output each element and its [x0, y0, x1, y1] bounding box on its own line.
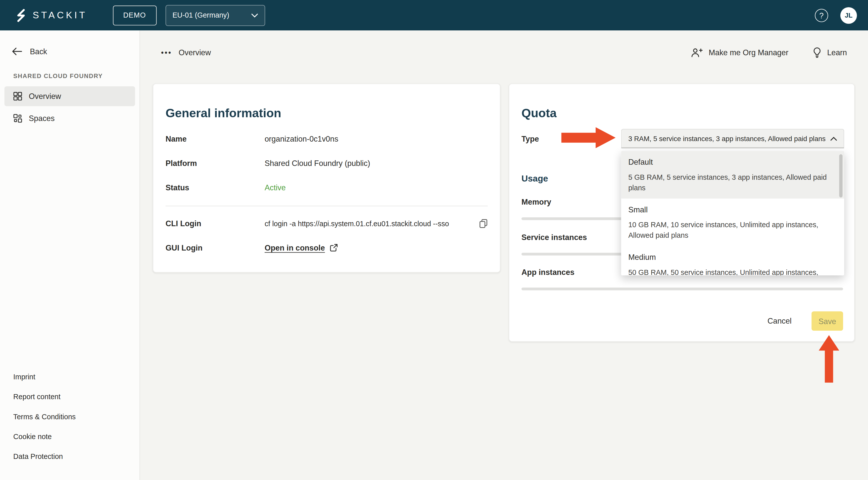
- dropdown-scrollbar[interactable]: [839, 155, 842, 198]
- breadcrumb-label: Overview: [179, 48, 211, 57]
- meter-label-service-instances: Service instances: [522, 233, 587, 241]
- option-description: 10 GB RAM, 10 service instances, Unlimit…: [628, 220, 830, 241]
- quota-type-select-value: 3 RAM, 5 service instances, 3 app instan…: [628, 135, 826, 142]
- info-row-name: Name organization-0c1v0ns: [165, 133, 488, 144]
- info-row-platform: Platform Shared Cloud Foundry (public): [165, 158, 488, 169]
- external-link-icon: [330, 244, 338, 251]
- chevron-down-icon: [251, 13, 257, 18]
- info-row-status: Status Active: [165, 182, 488, 193]
- info-label: Status: [165, 183, 265, 192]
- header-actions: Make me Org Manager Learn: [691, 47, 847, 58]
- main-content: ••• Overview Make me Org Manager: [140, 30, 868, 480]
- gui-login-row: GUI Login Open in console: [165, 242, 488, 253]
- quota-card: Quota Type 3 RAM, 5 service instances, 3…: [509, 83, 855, 342]
- dropdown-option-medium[interactable]: Medium 50 GB RAM, 50 service instances, …: [621, 246, 844, 275]
- sidebar-nav: Overview Spaces: [4, 87, 135, 128]
- person-plus-icon: [691, 47, 703, 58]
- general-info-title: General information: [165, 106, 281, 121]
- info-label: GUI Login: [165, 243, 265, 252]
- general-info-card: General information Name organization-0c…: [153, 83, 500, 273]
- cli-login-row: CLI Login cf login -a https://api.system…: [165, 218, 488, 229]
- quota-type-dropdown: Default 5 GB RAM, 5 service instances, 3…: [621, 151, 844, 275]
- dropdown-option-default[interactable]: Default 5 GB RAM, 5 service instances, 3…: [621, 151, 844, 198]
- option-description: 50 GB RAM, 50 service instances, Unlimit…: [628, 267, 830, 275]
- footer-link-data-protection[interactable]: Data Protection: [13, 451, 75, 462]
- chevron-up-icon: [830, 136, 837, 141]
- learn-label: Learn: [827, 48, 847, 57]
- back-label: Back: [30, 47, 47, 56]
- info-label: Platform: [165, 159, 265, 167]
- dropdown-option-small[interactable]: Small 10 GB RAM, 10 service instances, U…: [621, 199, 844, 246]
- app: STACKIT DEMO EU-01 (Germany) ? JL Back S…: [0, 0, 868, 480]
- make-me-org-manager-button[interactable]: Make me Org Manager: [691, 47, 788, 58]
- back-arrow-icon: [12, 47, 22, 55]
- divider: [165, 206, 488, 206]
- help-icon[interactable]: ?: [815, 8, 828, 22]
- option-name: Small: [628, 204, 830, 215]
- footer-link-imprint[interactable]: Imprint: [13, 371, 75, 383]
- meter-label-memory: Memory: [522, 197, 551, 206]
- lightbulb-icon: [813, 47, 822, 58]
- info-label: Name: [165, 134, 265, 143]
- spaces-grid-icon: [13, 114, 22, 123]
- back-button[interactable]: Back: [12, 47, 47, 56]
- learn-button[interactable]: Learn: [813, 47, 847, 58]
- overview-grid-icon: [13, 92, 22, 101]
- sidebar-item-overview[interactable]: Overview: [4, 87, 135, 106]
- make-me-org-manager-label: Make me Org Manager: [709, 48, 788, 57]
- option-description: 5 GB RAM, 5 service instances, 3 app ins…: [628, 172, 830, 193]
- avatar[interactable]: JL: [840, 7, 857, 24]
- info-value: Shared Cloud Foundry (public): [265, 159, 370, 167]
- sidebar-item-spaces[interactable]: Spaces: [4, 108, 135, 128]
- meter-bar-app-instances: [522, 287, 843, 290]
- footer-link-report-content[interactable]: Report content: [13, 391, 75, 403]
- usage-title: Usage: [522, 174, 548, 184]
- quota-type-select[interactable]: 3 RAM, 5 service instances, 3 app instan…: [621, 129, 844, 148]
- breadcrumb-dots-icon: •••: [161, 48, 172, 57]
- info-label: CLI Login: [165, 219, 265, 228]
- cancel-button[interactable]: Cancel: [768, 316, 792, 325]
- sidebar-section-label: SHARED CLOUD FOUNDRY: [13, 73, 103, 79]
- sidebar-footer: Imprint Report content Terms & Condition…: [13, 371, 75, 462]
- footer-link-cookie-note[interactable]: Cookie note: [13, 431, 75, 442]
- quota-title: Quota: [522, 106, 557, 121]
- page-header: ••• Overview Make me Org Manager: [161, 47, 847, 58]
- region-select-value: EU-01 (Germany): [173, 11, 229, 19]
- quota-type-label: Type: [522, 134, 539, 143]
- sidebar-item-label: Spaces: [29, 114, 55, 123]
- open-in-console-label: Open in console: [265, 243, 325, 252]
- open-in-console-link[interactable]: Open in console: [265, 243, 338, 252]
- option-name: Medium: [628, 251, 830, 263]
- meter-label-app-instances: App instances: [522, 268, 575, 276]
- sidebar-item-label: Overview: [29, 92, 61, 101]
- breadcrumb: ••• Overview: [161, 48, 211, 57]
- option-name: Default: [628, 157, 830, 167]
- save-button[interactable]: Save: [811, 311, 843, 331]
- brand-text: STACKIT: [33, 10, 87, 21]
- cli-login-value: cf login -a https://api.system.01.cf.eu0…: [265, 219, 449, 228]
- copy-icon[interactable]: [479, 219, 488, 228]
- demo-button[interactable]: DEMO: [113, 5, 156, 25]
- status-badge: Active: [265, 183, 286, 192]
- sidebar: Back SHARED CLOUD FOUNDRY Overview: [0, 30, 140, 480]
- stackit-logo: STACKIT: [16, 8, 87, 22]
- info-value: organization-0c1v0ns: [265, 134, 338, 143]
- region-select[interactable]: EU-01 (Germany): [165, 5, 265, 26]
- footer-link-terms[interactable]: Terms & Conditions: [13, 411, 75, 422]
- topbar: STACKIT DEMO EU-01 (Germany) ? JL: [0, 0, 868, 30]
- stackit-logo-icon: [16, 8, 27, 22]
